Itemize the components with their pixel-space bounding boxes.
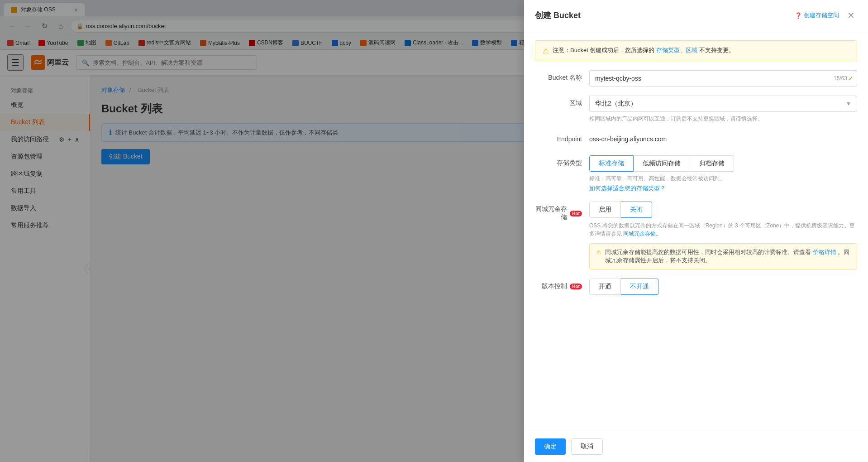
redundancy-label: 同城冗余存储 Hot bbox=[535, 202, 589, 221]
modal-help-link[interactable]: ❓ 创建存储空间 bbox=[795, 11, 839, 19]
endpoint-value: oss-cn-beijing.aliyuncs.com bbox=[589, 132, 857, 146]
storage-type-link[interactable]: 如何选择适合您的存储类型？ bbox=[589, 185, 666, 192]
versioning-label: 版本控制 Hot bbox=[535, 279, 589, 290]
bucket-name-control: 15/63 ✓ bbox=[589, 70, 857, 87]
modal-title: 创建 Bucket bbox=[535, 10, 581, 21]
region-control: 华北2（北京） ▼ 相同区域内的产品内网可以互通；订购后不支持更换区域，请谨慎选… bbox=[589, 96, 857, 123]
warning-text-container: 注意：Bucket 创建成功后，您所选择的 存储类型、区域 不支持变更。 bbox=[553, 46, 734, 54]
warning-banner: ⚠ 注意：Bucket 创建成功后，您所选择的 存储类型、区域 不支持变更。 bbox=[535, 40, 857, 61]
bucket-name-label-text: Bucket 名称 bbox=[548, 74, 582, 81]
modal-cancel-btn[interactable]: 取消 bbox=[571, 438, 603, 455]
form-row-bucket-name: Bucket 名称 15/63 ✓ bbox=[535, 70, 857, 87]
form-row-endpoint: Endpoint oss-cn-beijing.aliyuncs.com bbox=[535, 132, 857, 146]
modal-close-btn[interactable]: ✕ bbox=[844, 9, 857, 22]
region-label-text: 区域 bbox=[569, 99, 582, 106]
versioning-btn-group: 开通 不开通 bbox=[589, 279, 857, 295]
redundancy-link[interactable]: 同城冗余存储。 bbox=[623, 231, 661, 237]
bucket-name-input[interactable] bbox=[589, 70, 857, 87]
modal-footer: 确定 取消 bbox=[524, 431, 868, 462]
modal-help-label: 创建存储空间 bbox=[804, 11, 839, 19]
storage-type-control: 标准存储 低频访问存储 归档存储 标准：高可靠、高可用、高性能，数据会经常被访问… bbox=[589, 155, 857, 192]
bucket-name-label: Bucket 名称 bbox=[535, 70, 589, 82]
storage-type-label-text: 存储类型 bbox=[557, 159, 582, 166]
redundancy-control: 启用 关闭 OSS 将您的数据以冗余的方式存储在同一区域（Region）的 3 … bbox=[589, 202, 857, 270]
modal-header: 创建 Bucket ❓ 创建存储空间 ✕ bbox=[524, 0, 868, 31]
endpoint-control: oss-cn-beijing.aliyuncs.com bbox=[589, 132, 857, 146]
region-value: 华北2（北京） bbox=[595, 100, 637, 108]
count-check-icon: ✓ bbox=[848, 75, 854, 82]
versioning-disable-btn[interactable]: 不开通 bbox=[621, 279, 658, 295]
endpoint-label: Endpoint bbox=[535, 132, 589, 143]
redundancy-label-inner: 同城冗余存储 Hot bbox=[535, 205, 582, 221]
modal-header-actions: ❓ 创建存储空间 ✕ bbox=[795, 9, 857, 22]
form-row-region: 区域 华北2（北京） ▼ 相同区域内的产品内网可以互通；订购后不支持更换区域，请… bbox=[535, 96, 857, 123]
modal-confirm-btn[interactable]: 确定 bbox=[535, 438, 566, 455]
redundancy-enable-btn[interactable]: 启用 bbox=[589, 202, 621, 218]
form-row-versioning: 版本控制 Hot 开通 不开通 bbox=[535, 279, 857, 295]
storage-type-label: 存储类型 bbox=[535, 155, 589, 167]
warning-suffix: 不支持变更。 bbox=[699, 47, 734, 53]
storage-type-hint: 标准：高可靠、高可用、高性能，数据会经常被访问到。 bbox=[589, 174, 857, 183]
redundancy-info-text: 同城冗余存储能提高您的数据可用性，同时会采用相对较高的计费标准。请查看 bbox=[605, 249, 811, 255]
warning-icon: ⚠ bbox=[543, 47, 549, 55]
endpoint-label-text: Endpoint bbox=[557, 135, 582, 143]
modal-body: ⚠ 注意：Bucket 创建成功后，您所选择的 存储类型、区域 不支持变更。 B… bbox=[524, 31, 868, 431]
redundancy-label-text: 同城冗余存储 bbox=[535, 205, 567, 221]
region-label: 区域 bbox=[535, 96, 589, 107]
region-hint: 相同区域内的产品内网可以互通；订购后不支持更换区域，请谨慎选择。 bbox=[589, 115, 857, 123]
redundancy-disable-btn[interactable]: 关闭 bbox=[621, 202, 652, 218]
storage-type-btn-group: 标准存储 低频访问存储 归档存储 bbox=[589, 155, 857, 172]
redundancy-hot-badge: Hot bbox=[570, 211, 582, 217]
region-select[interactable]: 华北2（北京） ▼ bbox=[589, 96, 857, 112]
versioning-label-text: 版本控制 bbox=[542, 282, 567, 290]
redundancy-desc: OSS 将您的数据以冗余的方式存储在同一区域（Region）的 3 个可用区（Z… bbox=[589, 221, 857, 238]
region-dropdown-arrow: ▼ bbox=[846, 101, 851, 107]
info-box-icon: ⚠ bbox=[596, 249, 601, 255]
versioning-enable-btn[interactable]: 开通 bbox=[589, 279, 621, 295]
versioning-hot-badge: Hot bbox=[570, 284, 582, 289]
create-bucket-modal: 创建 Bucket ❓ 创建存储空间 ✕ ⚠ 注意：Bucket 创建成功后，您… bbox=[524, 0, 868, 462]
storage-infrequent-btn[interactable]: 低频访问存储 bbox=[634, 155, 690, 172]
redundancy-btn-group: 启用 关闭 bbox=[589, 202, 857, 218]
versioning-control: 开通 不开通 bbox=[589, 279, 857, 295]
redundancy-info-box: ⚠ 同城冗余存储能提高您的数据可用性，同时会采用相对较高的计费标准。请查看 价格… bbox=[589, 243, 857, 270]
modal-overlay[interactable]: 创建 Bucket ❓ 创建存储空间 ✕ ⚠ 注意：Bucket 创建成功后，您… bbox=[0, 0, 868, 462]
info-box-text: 同城冗余存储能提高您的数据可用性，同时会采用相对较高的计费标准。请查看 价格详情… bbox=[605, 248, 850, 265]
form-row-redundancy: 同城冗余存储 Hot 启用 关闭 OSS 将您的数据以冗余的方式存储在同一区域（… bbox=[535, 202, 857, 270]
bucket-name-input-wrap: 15/63 ✓ bbox=[589, 70, 857, 87]
warning-highlight: 存储类型、区域 bbox=[656, 47, 697, 53]
warning-text: 注意：Bucket 创建成功后，您所选择的 bbox=[553, 47, 654, 53]
input-count-display: 15/63 ✓ bbox=[834, 75, 854, 82]
redundancy-info-link[interactable]: 价格详情 bbox=[813, 249, 836, 255]
help-icon: ❓ bbox=[795, 12, 802, 19]
storage-standard-btn[interactable]: 标准存储 bbox=[589, 155, 634, 172]
input-count-text: 15/63 bbox=[834, 75, 847, 82]
form-row-storage-type: 存储类型 标准存储 低频访问存储 归档存储 标准：高可靠、高可用、高性能，数据会… bbox=[535, 155, 857, 192]
storage-archive-btn[interactable]: 归档存储 bbox=[690, 155, 734, 172]
versioning-label-inner: 版本控制 Hot bbox=[535, 282, 582, 290]
